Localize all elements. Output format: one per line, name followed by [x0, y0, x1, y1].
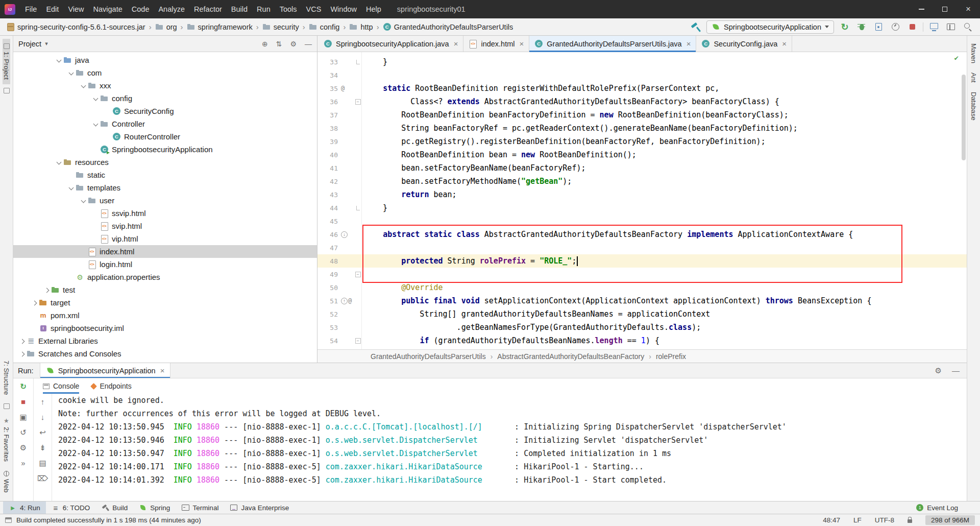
fold-marker-icon[interactable]: − [355, 272, 361, 277]
toolwindow-button-terminal[interactable]: Terminal [176, 501, 224, 514]
tree-collapse-arrow[interactable] [55, 56, 63, 64]
menu-refactor[interactable]: Refactor [189, 0, 227, 18]
menu-view[interactable]: View [63, 0, 88, 18]
settings-icon[interactable]: ⚙ [290, 40, 297, 48]
chevron-down-icon[interactable]: ▾ [45, 40, 48, 47]
console-log[interactable]: cookie will be ignored.Note: further occ… [52, 394, 967, 501]
stripe-favorites-button[interactable]: ★ 2: Favorites [3, 413, 10, 466]
clear-icon[interactable]: ⌦ [37, 474, 48, 483]
toolwindow-button-java-enterprise[interactable]: Java Enterprise [224, 501, 295, 514]
remote-icon[interactable] [928, 21, 940, 33]
menu-analyze[interactable]: Analyze [154, 0, 189, 18]
tree-item[interactable]: test [13, 283, 317, 296]
close-icon[interactable]: × [160, 366, 165, 375]
editor-tab[interactable]: index.html× [463, 36, 529, 52]
tree-collapse-arrow[interactable] [55, 158, 63, 166]
event-log-button[interactable]: Event Log [910, 504, 964, 512]
tab-close-icon[interactable]: × [687, 39, 691, 48]
tree-item[interactable]: ssvip.html [13, 207, 317, 220]
close-button[interactable]: × [957, 0, 980, 18]
caret-position[interactable]: 48:47 [823, 516, 840, 524]
tab-console[interactable]: Console [43, 378, 79, 394]
tab-close-icon[interactable]: × [454, 39, 458, 48]
tree-item[interactable]: config [13, 92, 317, 105]
tree-collapse-arrow[interactable] [92, 120, 100, 128]
search-icon[interactable] [962, 21, 974, 33]
menu-navigate[interactable]: Navigate [89, 0, 127, 18]
stop-icon[interactable] [906, 21, 918, 33]
tree-item[interactable]: resources [13, 156, 317, 169]
menu-vcs[interactable]: VCS [302, 0, 326, 18]
breadcrumb-item[interactable]: GrantedAuthorityDefaultsParserUtils [383, 23, 513, 31]
stripe-project-button[interactable]: 1: Project [3, 39, 10, 84]
stripe-structure-button[interactable]: 7: Structure [3, 356, 10, 399]
tree-expand-arrow[interactable] [43, 286, 51, 294]
scroll-end-icon[interactable]: ⇟ [39, 443, 46, 452]
menu-edit[interactable]: Edit [41, 0, 63, 18]
file-encoding[interactable]: UTF-8 [875, 516, 894, 524]
profiler-icon[interactable] [889, 21, 901, 33]
tree-item[interactable]: target [13, 296, 317, 309]
tree-item[interactable]: pom.xml [13, 309, 317, 322]
tree-item[interactable]: com [13, 66, 317, 79]
settings-icon[interactable]: ⚙ [935, 366, 942, 375]
breadcrumb-item[interactable]: http [349, 23, 373, 31]
toolwindow-button-6-todo[interactable]: 6: TODO [46, 501, 96, 514]
tree-collapse-arrow[interactable] [80, 197, 88, 205]
annotation-gutter-icon[interactable]: @ [341, 85, 345, 92]
memory-indicator[interactable]: 298 of 966M [925, 515, 975, 525]
thread-dump-icon[interactable]: ▣ [19, 413, 27, 421]
tree-expand-arrow[interactable] [18, 337, 27, 345]
stripe-web-button[interactable]: Web [3, 466, 10, 497]
tree-item[interactable]: static [13, 169, 317, 181]
settings-icon[interactable]: ⚙ [20, 443, 27, 452]
coverage-icon[interactable] [872, 21, 885, 33]
tree-item[interactable]: templates [13, 181, 317, 194]
stop-icon[interactable]: ■ [21, 397, 26, 406]
stripe-database-button[interactable]: Database [970, 87, 977, 125]
inspections-indicator-icon[interactable]: ✔ [954, 54, 959, 62]
tree-item[interactable]: application.properties [13, 271, 317, 283]
tree-item[interactable]: login.html [13, 258, 317, 271]
tree-collapse-arrow[interactable] [80, 82, 88, 90]
tree-item[interactable]: External Libraries [13, 334, 317, 347]
tab-close-icon[interactable]: × [520, 39, 524, 48]
breadcrumb-item[interactable]: security [262, 23, 299, 31]
editor-breadcrumb-item[interactable]: AbstractGrantedAuthorityDefaultsBeanFact… [497, 352, 644, 361]
soft-wrap-icon[interactable]: ↩ [39, 428, 46, 437]
tree-item[interactable]: Controller [13, 117, 317, 130]
debug-icon[interactable] [855, 21, 868, 33]
tree-item[interactable]: Scratches and Consoles [13, 347, 317, 360]
overrides-gutter-icon[interactable]: ↑ [341, 298, 348, 304]
tree-item[interactable]: index.html [13, 245, 317, 258]
tree-collapse-arrow[interactable] [67, 69, 76, 77]
breadcrumb-item[interactable]: spring-security-config-5.6.1-sources.jar [6, 23, 145, 31]
restore-layout-icon[interactable]: ↺ [20, 428, 27, 437]
stripe-mini-icon[interactable] [4, 403, 10, 409]
rerun-icon[interactable] [839, 21, 851, 33]
tree-expand-arrow[interactable] [18, 350, 27, 358]
menu-run[interactable]: Run [252, 0, 275, 18]
editor-tab[interactable]: SpringbootsecurityApplication.java× [318, 36, 463, 52]
menu-code[interactable]: Code [127, 0, 154, 18]
minimize-button[interactable] [910, 0, 933, 18]
toolwindow-button-spring[interactable]: Spring [133, 501, 176, 514]
tab-endpoints[interactable]: Endpoints [91, 378, 131, 394]
fold-marker-icon[interactable]: − [355, 338, 361, 344]
tree-item[interactable]: user [13, 194, 317, 207]
layout-icon[interactable] [945, 21, 957, 33]
lock-icon[interactable] [908, 519, 912, 523]
run-tab[interactable]: SpringbootsecurityApplication × [40, 363, 171, 378]
print-icon[interactable]: ▤ [39, 459, 46, 467]
editor-breadcrumb-item[interactable]: GrantedAuthorityDefaultsParserUtils [371, 352, 486, 361]
menu-tools[interactable]: Tools [275, 0, 302, 18]
tree-item[interactable]: SpringbootsecurityApplication [13, 143, 317, 156]
tree-item[interactable]: java [13, 54, 317, 66]
menu-build[interactable]: Build [227, 0, 252, 18]
pin-icon[interactable]: » [21, 459, 25, 467]
tree-collapse-arrow[interactable] [92, 94, 100, 103]
implemented-gutter-icon[interactable]: ↓ [341, 231, 348, 238]
line-separator[interactable]: LF [853, 516, 862, 524]
tree-item[interactable]: springbootsecurity.iml [13, 322, 317, 334]
editor-scrollbar[interactable] [961, 52, 967, 349]
